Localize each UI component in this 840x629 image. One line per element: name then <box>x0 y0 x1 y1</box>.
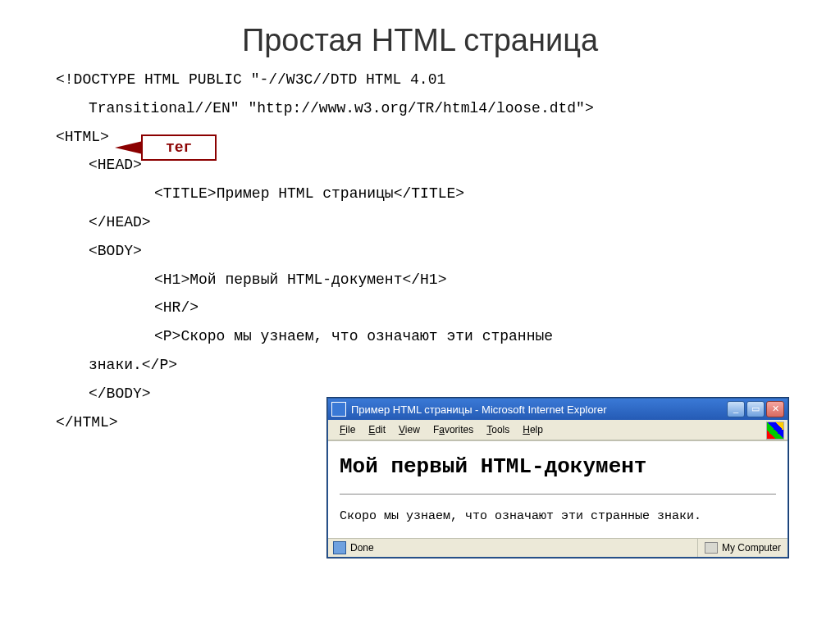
menu-tools[interactable]: Tools <box>480 422 516 437</box>
code-line: <TITLE>Пример HTML страницы</TITLE> <box>154 182 791 206</box>
status-done-text: Done <box>350 542 374 554</box>
status-left: Done <box>328 539 698 557</box>
code-line: </HEAD> <box>89 211 791 235</box>
my-computer-icon <box>705 542 718 554</box>
menu-help[interactable]: Help <box>516 422 550 437</box>
code-line: <!DOCTYPE HTML PUBLIC "-//W3C//DTD HTML … <box>56 68 791 92</box>
code-line: <BODY> <box>89 239 791 263</box>
code-block: <!DOCTYPE HTML PUBLIC "-//W3C//DTD HTML … <box>0 68 840 434</box>
minimize-button[interactable]: _ <box>727 401 745 417</box>
menu-view[interactable]: View <box>392 422 427 437</box>
ie-window-title: Пример HTML страницы - Microsoft Interne… <box>351 403 727 416</box>
code-line: <P>Скоро мы узнаем, что означают эти стр… <box>154 325 791 349</box>
menu-favorites[interactable]: Favorites <box>427 422 480 437</box>
menu-file[interactable]: File <box>333 422 362 437</box>
ie-app-icon <box>331 402 346 417</box>
maximize-button[interactable]: ▭ <box>746 401 765 417</box>
page-heading: Мой первый HTML-документ <box>340 454 776 479</box>
close-button[interactable]: ✕ <box>766 401 784 417</box>
menu-edit[interactable]: Edit <box>362 422 392 437</box>
code-line: Transitional//EN" "http://www.w3.org/TR/… <box>89 97 791 121</box>
page-done-icon <box>333 541 346 554</box>
code-line: <HR/> <box>154 296 791 320</box>
windows-flag-icon <box>766 422 784 440</box>
callout: тег <box>141 134 217 161</box>
ie-content-area: Мой первый HTML-документ Скоро мы узнаем… <box>328 440 788 538</box>
ie-titlebar[interactable]: Пример HTML страницы - Microsoft Interne… <box>328 399 788 420</box>
ie-window: Пример HTML страницы - Microsoft Interne… <box>327 398 788 558</box>
status-zone-text: My Computer <box>722 542 781 554</box>
code-line: знаки.</P> <box>89 353 791 377</box>
callout-label: тег <box>141 134 217 161</box>
page-hr <box>340 494 776 495</box>
status-right: My Computer <box>698 539 788 557</box>
ie-statusbar: Done My Computer <box>328 538 788 557</box>
page-paragraph: Скоро мы узнаем, что означают эти странн… <box>340 509 776 523</box>
code-line: <H1>Мой первый HTML-документ</H1> <box>154 268 791 292</box>
callout-arrow-icon <box>115 141 143 154</box>
ie-menubar: File Edit View Favorites Tools Help <box>328 420 788 440</box>
slide-title: Простая HTML страница <box>0 0 840 68</box>
